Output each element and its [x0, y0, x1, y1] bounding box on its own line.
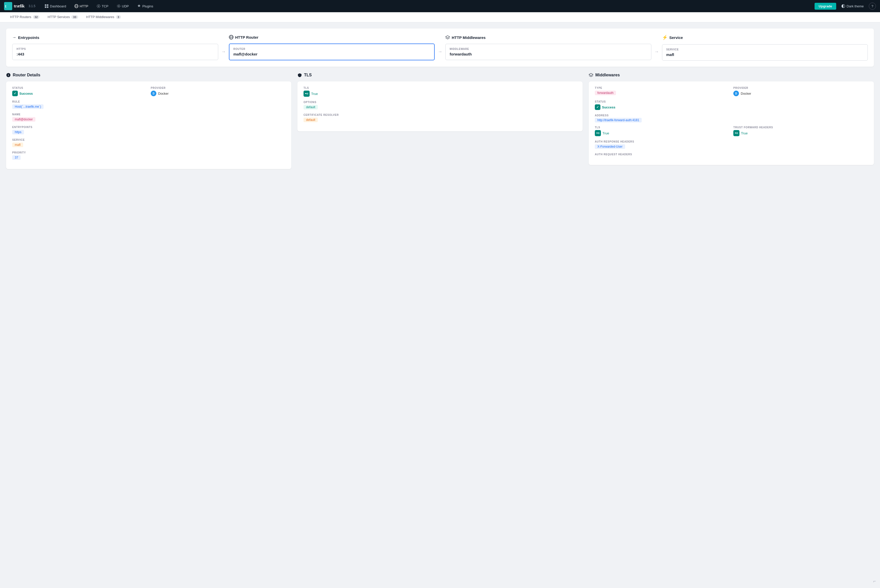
mw-auth-response-field: AUTH RESPONSE HEADERS X-Forwarded-User — [595, 140, 868, 149]
svg-rect-24 — [598, 133, 599, 134]
nav-plugins[interactable]: Plugins — [134, 3, 156, 10]
logo-text: træfik — [14, 4, 24, 9]
middlewares-section-title: Middlewares — [589, 73, 874, 77]
logo[interactable]: t træfik — [4, 2, 24, 10]
mw-trust-toggle-icon — [733, 130, 739, 136]
name-badge: mafl@docker — [12, 117, 35, 122]
tls-section-title: TLS — [297, 73, 583, 77]
layers-icon — [445, 35, 450, 40]
field-priority: PRIORITY 37 — [12, 151, 285, 160]
tabs-bar: HTTP Routers 32 HTTP Services 33 HTTP Mi… — [0, 12, 880, 22]
pipeline-service: ⚡ Service SERVICE mafl — [662, 34, 868, 61]
pipeline-router: HTTP Router ROUTER mafl@docker — [229, 35, 435, 60]
tls-card: TLS True OPTIONS default CERTIFICATE RES… — [297, 81, 583, 131]
router-details-column: i Router Details STATUS ✓ Success PROVID… — [6, 73, 291, 169]
field-status: STATUS ✓ Success — [12, 87, 147, 96]
router-details-card: STATUS ✓ Success PROVIDER D Docker — [6, 81, 291, 169]
tab-http-services[interactable]: HTTP Services 33 — [44, 12, 82, 22]
entrypoints-badge: https — [12, 130, 24, 134]
success-icon: ✓ — [12, 91, 18, 96]
svg-text:i: i — [8, 74, 9, 76]
arrow-1: → — [218, 41, 229, 54]
dark-theme-toggle[interactable]: Dark theme — [838, 3, 867, 10]
svg-point-11 — [117, 4, 120, 8]
status-success: ✓ Success — [12, 91, 147, 96]
mw-provider-field: PROVIDER D Docker — [733, 87, 868, 96]
options-badge: default — [303, 105, 318, 110]
field-entrypoints: ENTRYPOINTS https — [12, 126, 285, 134]
svg-rect-22 — [596, 133, 598, 134]
middlewares-card-label: MIDDLEWARE — [450, 48, 647, 50]
tls-options-field: OPTIONS default — [303, 101, 577, 110]
tab-http-routers[interactable]: HTTP Routers 32 — [6, 12, 44, 22]
tls-toggle: True — [303, 91, 318, 97]
mw-status-field: STATUS ✓ Success — [595, 100, 868, 110]
entrypoints-card-value: :443 — [17, 52, 214, 56]
mw-address-field: ADDRESS http://traefik-forward-auth:4181 — [595, 114, 868, 122]
service-icon: ⚡ — [662, 34, 668, 40]
field-service: SERVICE mafl — [12, 138, 285, 147]
service-card-value: mafl — [666, 52, 864, 57]
toggle-true-icon — [303, 91, 309, 97]
svg-rect-4 — [45, 6, 47, 8]
middlewares-card[interactable]: MIDDLEWARE forwardauth — [445, 44, 651, 60]
nav-tcp[interactable]: TCP — [93, 3, 111, 10]
cert-resolver-badge: default — [303, 118, 318, 122]
entrypoints-card[interactable]: HTTPS :443 — [12, 44, 218, 60]
info-icon: i — [6, 73, 11, 77]
mw-success-icon: ✓ — [595, 104, 601, 110]
nav-dashboard[interactable]: Dashboard — [42, 3, 69, 10]
mw-auth-request-field: AUTH REQUEST HEADERS — [595, 153, 868, 156]
entrypoints-title: Entrypoints — [18, 35, 39, 40]
middlewares-column: Middlewares TYPE forwardauth PROVIDER D … — [589, 73, 874, 169]
middlewares-card-value: forwardauth — [450, 52, 647, 56]
nav-http[interactable]: HTTP — [71, 3, 92, 10]
svg-point-10 — [98, 6, 99, 7]
address-badge: http://traefik-forward-auth:4181 — [595, 118, 642, 122]
app-version: 3.1.5 — [29, 4, 35, 8]
svg-rect-2 — [45, 4, 47, 6]
docker-icon: D — [151, 91, 156, 96]
provider-row: D Docker — [151, 91, 285, 96]
details-grid: i Router Details STATUS ✓ Success PROVID… — [6, 73, 874, 169]
mw-status-success: ✓ Success — [595, 104, 868, 110]
arrow-2: → — [435, 41, 445, 54]
router-card-label: ROUTER — [233, 48, 430, 50]
globe-icon — [229, 35, 233, 39]
router-card-value: mafl@docker — [233, 52, 430, 56]
mw-tls-field: TLS True — [595, 126, 729, 136]
tls-field: TLS True — [303, 87, 577, 97]
mw-trust-toggle: True — [733, 130, 748, 136]
pipeline-section: → Entrypoints HTTPS :443 → HTTP Router R… — [6, 28, 874, 67]
rule-badge: Host(`...traefik.me`) — [12, 104, 44, 109]
svg-rect-3 — [47, 4, 48, 6]
auth-response-badge: X-Forwarded-User — [595, 144, 625, 149]
middlewares-title: HTTP Middlewares — [452, 35, 486, 40]
field-rule: RULE Host(`...traefik.me`) — [12, 100, 285, 109]
mw-tls-toggle: True — [595, 130, 609, 136]
svg-point-12 — [118, 6, 119, 7]
upgrade-button[interactable]: Upgrade — [815, 3, 836, 10]
tls-column: TLS TLS True OPTIONS default — [297, 73, 583, 169]
service-badge: mafl — [12, 142, 23, 147]
help-button[interactable]: ? — [869, 3, 876, 10]
mw-tls-toggle-icon — [595, 130, 601, 136]
arrow-3: → — [651, 41, 662, 54]
service-title: Service — [670, 35, 683, 40]
router-title: HTTP Router — [235, 35, 258, 39]
router-card[interactable]: ROUTER mafl@docker — [229, 44, 435, 60]
service-card[interactable]: SERVICE mafl — [662, 44, 868, 61]
mw-type-field: TYPE forwardauth — [595, 87, 729, 96]
service-card-label: SERVICE — [666, 48, 864, 51]
svg-rect-27 — [737, 133, 738, 134]
entrypoints-card-label: HTTPS — [17, 48, 214, 50]
main-content: → Entrypoints HTTPS :443 → HTTP Router R… — [0, 22, 880, 175]
svg-rect-5 — [47, 6, 48, 8]
entrypoints-icon: → — [12, 35, 16, 40]
svg-rect-21 — [307, 93, 308, 94]
mw-provider-row: D Docker — [733, 91, 868, 96]
tab-http-middlewares[interactable]: HTTP Middlewares 3 — [82, 12, 125, 22]
mw-trust-headers-field: TRUST FORWARD HEADERS True — [733, 126, 868, 136]
field-provider: PROVIDER D Docker — [151, 87, 285, 96]
nav-udp[interactable]: UDP — [114, 3, 132, 10]
